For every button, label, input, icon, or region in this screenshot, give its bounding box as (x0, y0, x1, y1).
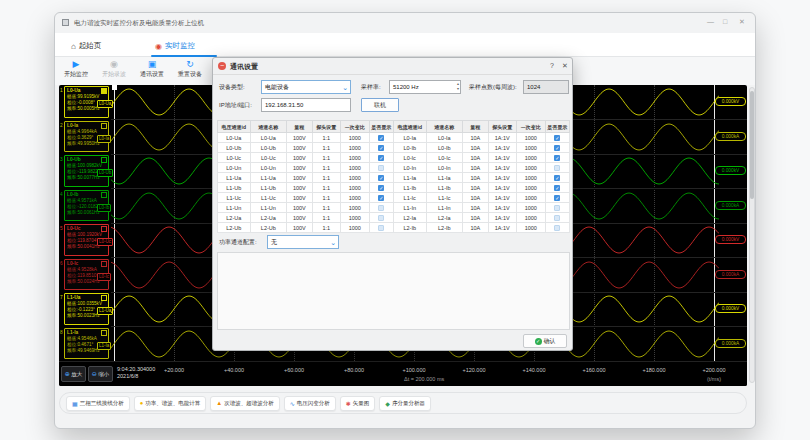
channel-name-badge: L0-Ia (97, 135, 111, 143)
zoom-in-button[interactable]: ⊕ 放大 (61, 366, 86, 382)
power-channel-select[interactable]: 无 ⌄ (267, 235, 339, 249)
time-axis-bar: ⊕ 放大 ⊖ 缩小 9:04:20.304000 2021/6/8 Δt = 2… (59, 361, 747, 386)
table-cell: 1A:1V (488, 223, 516, 233)
channel-visibility-checkbox[interactable] (101, 88, 107, 94)
show-checkbox[interactable] (554, 215, 560, 221)
table-cell: 1:1 (312, 223, 340, 233)
table-cell: 1000 (517, 153, 545, 163)
title-bar[interactable]: 电力谐波实时监控分析及电能质量分析上位机 — □ ✕ (55, 13, 755, 33)
table-cell: L1-Ia (393, 173, 426, 183)
subharmonic-supraharmonic-button[interactable]: ▲次谐波、超谐波分析 (210, 396, 279, 411)
device-type-label: 设备类型: (219, 83, 245, 92)
connect-button[interactable]: 联机 (361, 98, 399, 112)
help-icon[interactable]: ? (550, 62, 554, 69)
scrollbar-thumb[interactable] (750, 91, 754, 199)
table-cell: 1000 (341, 183, 369, 193)
show-checkbox[interactable]: ✓ (378, 175, 384, 181)
table-cell: 1000 (341, 133, 369, 143)
home-icon: ⌂ (71, 42, 76, 51)
show-checkbox[interactable]: ✓ (378, 185, 384, 191)
close-button[interactable]: ✕ (739, 18, 745, 26)
spinner-arrows-icon[interactable]: ▴▾ (457, 81, 459, 91)
voltage-flicker-button[interactable]: ∿电压闪变分析 (284, 396, 336, 411)
start-monitor-button[interactable]: ▶ 开始监控 (57, 59, 95, 83)
ip-address-input[interactable]: 192.168.31.50 (261, 98, 351, 112)
table-cell: L0-Ib (426, 143, 463, 153)
show-checkbox[interactable] (378, 205, 384, 211)
table-column-header: 一次变比 (341, 121, 369, 133)
sequence-component-button[interactable]: ◆序分量分析器 (379, 396, 431, 411)
tab-realtime-monitor[interactable]: ◉ 实时监控 (155, 38, 195, 54)
dialog-title-bar[interactable]: − 通讯设置 ? ✕ (213, 58, 572, 75)
show-checkbox-cell (545, 163, 570, 173)
show-checkbox[interactable]: ✓ (378, 195, 384, 201)
comm-settings-dialog: − 通讯设置 ? ✕ 设备类型: 电能设备 ⌄ 采样率: 51200 Hz ▴▾… (212, 57, 573, 351)
minimize-button[interactable]: — (707, 18, 714, 25)
reset-device-button[interactable]: ↻ 重置设备 (171, 59, 209, 83)
start-record-button[interactable]: ◉ 开始录波 (95, 59, 133, 83)
dialog-close-icon[interactable]: ✕ (562, 62, 568, 70)
cursor-value-badge: 0.000kV (715, 304, 746, 313)
show-checkbox[interactable]: ✓ (554, 175, 560, 181)
show-checkbox-cell (369, 213, 393, 223)
three-phase-wiring-analysis-button[interactable]: ▦三相三线接线分析 (66, 396, 130, 411)
table-cell: 10A (463, 223, 488, 233)
channel-visibility-checkbox[interactable] (101, 330, 107, 336)
voltage-flicker-icon: ∿ (290, 400, 295, 407)
subharmonic-supraharmonic-icon: ▲ (216, 400, 222, 406)
app-window: 电力谐波实时监控分析及电能质量分析上位机 — □ ✕ ⌂ 起始页 ◉ 实时监控 … (54, 12, 756, 429)
play-icon: ▶ (57, 59, 95, 70)
device-type-select[interactable]: 电能设备 ⌄ (261, 80, 351, 94)
vertical-scrollbar[interactable] (749, 87, 755, 383)
channel-visibility-checkbox[interactable] (101, 123, 107, 129)
show-checkbox[interactable] (554, 165, 560, 171)
show-checkbox[interactable] (554, 225, 560, 231)
tab-label: 实时监控 (165, 41, 195, 51)
table-row: L1-UaL1-Ua100V1:11000✓L1-IaL1-Ia10A1A:1V… (218, 173, 570, 183)
vector-diagram-button[interactable]: ✱矢量图 (340, 396, 376, 411)
table-cell: L2-Ia (426, 213, 463, 223)
zoom-out-button[interactable]: ⊖ 缩小 (88, 366, 113, 382)
show-checkbox[interactable]: ✓ (554, 155, 560, 161)
show-checkbox[interactable]: ✓ (554, 195, 560, 201)
time-tick-label: +180.000 (642, 367, 665, 373)
vector-diagram-icon: ✱ (346, 400, 351, 407)
show-checkbox[interactable]: ✓ (378, 145, 384, 151)
show-checkbox[interactable] (378, 215, 384, 221)
channel-visibility-checkbox[interactable] (101, 192, 107, 198)
sample-rate-input[interactable]: 51200 Hz ▴▾ (389, 80, 461, 94)
time-tick-label: +20.000 (164, 367, 184, 373)
table-cell: 1000 (517, 143, 545, 153)
show-checkbox[interactable] (378, 165, 384, 171)
table-cell: 100V (287, 163, 312, 173)
show-checkbox[interactable] (554, 205, 560, 211)
cursor-value-badge: 0.000kV (715, 97, 746, 106)
table-cell: L1-Ua (250, 173, 287, 183)
comm-settings-button[interactable]: ▣ 通讯设置 (133, 59, 171, 83)
maximize-button[interactable]: □ (723, 18, 727, 25)
show-checkbox[interactable]: ✓ (554, 145, 560, 151)
channel-visibility-checkbox[interactable] (101, 157, 107, 163)
show-checkbox[interactable] (378, 225, 384, 231)
confirm-button[interactable]: ✓ 确认 (523, 334, 567, 348)
table-cell: 10A (463, 153, 488, 163)
show-checkbox[interactable]: ✓ (554, 135, 560, 141)
tab-start-page[interactable]: ⌂ 起始页 (71, 38, 101, 54)
table-cell: 100V (287, 173, 312, 183)
cursor-value-badge: 0.000kA (715, 339, 746, 348)
monitor-icon: ◉ (155, 42, 162, 51)
table-cell: L1-Ib (426, 183, 463, 193)
show-checkbox[interactable]: ✓ (378, 135, 384, 141)
table-row: L1-UbL1-Ub100V1:11000✓L1-IbL1-Ib10A1A:1V… (218, 183, 570, 193)
channel-visibility-checkbox[interactable] (101, 295, 107, 301)
table-cell: 1000 (341, 203, 369, 213)
dialog-title: 通讯设置 (230, 62, 258, 72)
magnifier-minus-icon: ⊖ (92, 371, 97, 377)
channel-visibility-checkbox[interactable] (101, 261, 107, 267)
power-harmonic-energy-button[interactable]: ●功率、谐波、电能计算 (134, 396, 207, 411)
tab-label: 起始页 (79, 41, 102, 51)
show-checkbox[interactable]: ✓ (378, 155, 384, 161)
channel-visibility-checkbox[interactable] (101, 226, 107, 232)
time-tick-label: +120.000 (462, 367, 485, 373)
show-checkbox[interactable]: ✓ (554, 185, 560, 191)
